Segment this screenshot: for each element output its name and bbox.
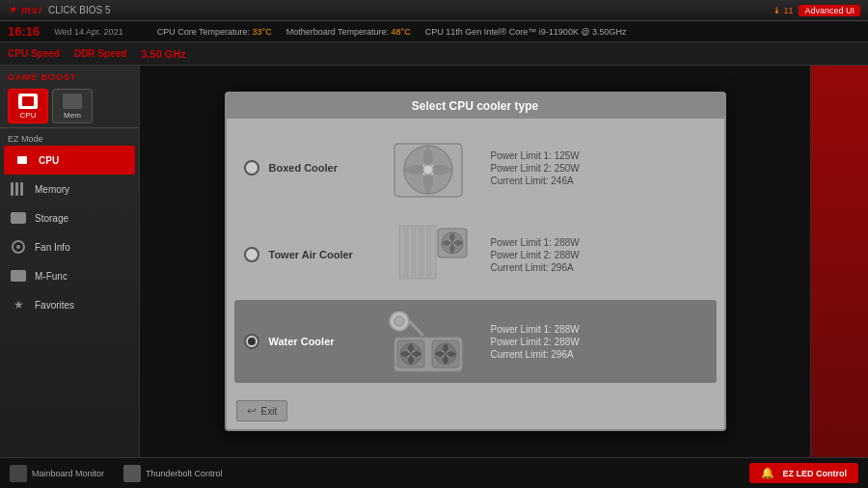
sidebar-item-cpu[interactable]: CPU: [4, 146, 135, 175]
cooler-boxed-name: Boxed Cooler: [269, 162, 366, 174]
cpu-sidebar-icon: [14, 151, 31, 169]
sidebar-storage-label: Storage: [35, 213, 68, 224]
svg-point-13: [394, 316, 404, 326]
cooler-option-boxed[interactable]: Boxed Cooler: [234, 126, 717, 209]
second-bar: 16:16 Wed 14 Apr. 2021 CPU Core Temperat…: [0, 21, 868, 42]
water-spec-3: Current Limit: 296A: [491, 349, 707, 360]
exit-label: Exit: [261, 406, 278, 417]
mainboard-monitor-icon: [10, 465, 27, 482]
temp-indicator: 🌡 11: [773, 6, 794, 15]
svg-rect-7: [422, 226, 428, 279]
speed-value: 3.50 GHz: [141, 48, 185, 60]
sidebar-item-memory[interactable]: Memory: [0, 175, 139, 203]
bios-title: CLICK BIOS 5: [48, 5, 110, 15]
tower-cooler-icon: [375, 221, 481, 288]
storage-sidebar-icon: [10, 209, 27, 227]
fan-sidebar-icon: [10, 238, 27, 256]
third-bar: CPU Speed DDR Speed 3.50 GHz: [0, 42, 868, 66]
top-bar: ✦ msi CLICK BIOS 5 🌡 11 Advanced UI: [0, 0, 868, 21]
water-spec-1: Power Limit 1: 288W: [491, 324, 707, 335]
sidebar-favorites-label: Favorites: [35, 300, 74, 311]
radio-boxed[interactable]: [244, 160, 259, 176]
right-panel-accent: [811, 66, 868, 457]
ez-led-label: EZ LED Control: [783, 469, 848, 478]
bottom-mainboard-monitor[interactable]: Mainboard Monitor: [10, 465, 104, 482]
cooler-select-modal: Select CPU cooler type Boxed Cooler: [225, 92, 726, 431]
sidebar-top-icons: CPU Mem: [0, 85, 139, 128]
bottom-ez-led[interactable]: 🔔 EZ LED Control: [749, 463, 859, 483]
ez-mode-label: EZ Mode: [0, 132, 139, 146]
cpu-chip-icon: [18, 94, 38, 109]
mem-icon: [63, 94, 82, 109]
thunderbolt-icon: [123, 465, 141, 482]
exit-icon: ↩: [247, 404, 257, 418]
tower-spec-2: Power Limit 2: 288W: [491, 250, 707, 260]
main-layout: GAME BOOST CPU Mem EZ Mode CPU: [0, 66, 868, 457]
mem-btn-label: Mem: [64, 111, 81, 120]
mfunc-sidebar-icon: [10, 267, 27, 285]
sidebar-item-mfunc[interactable]: M-Func: [0, 261, 139, 290]
sidebar-cpu-icon-btn[interactable]: CPU: [8, 89, 48, 123]
radio-water[interactable]: [244, 334, 259, 349]
right-panel: [810, 66, 868, 457]
modal-footer: ↩ Exit: [227, 394, 724, 429]
svg-rect-5: [407, 226, 413, 279]
boxed-specs: Power Limit 1: 125W Power Limit 2: 250W …: [491, 150, 707, 186]
msi-logo: ✦ msi: [8, 4, 42, 16]
clock-display: 16:16: [8, 24, 40, 39]
exit-button[interactable]: ↩ Exit: [236, 400, 288, 421]
modal-body: Boxed Cooler: [227, 119, 724, 394]
sidebar: GAME BOOST CPU Mem EZ Mode CPU: [0, 66, 140, 457]
cpu-speed-label: CPU Speed: [8, 48, 60, 59]
svg-rect-6: [415, 226, 420, 279]
water-spec-2: Power Limit 2: 288W: [491, 337, 707, 347]
ddr-speed-label: DDR Speed: [74, 48, 126, 59]
boxed-spec-2: Power Limit 2: 250W: [491, 163, 707, 174]
main-content: Select CPU cooler type Boxed Cooler: [140, 66, 810, 457]
favorites-sidebar-icon: ★: [10, 296, 27, 313]
game-boost-label: GAME BOOST: [0, 69, 139, 85]
svg-rect-4: [399, 226, 405, 279]
sidebar-item-favorites[interactable]: ★ Favorites: [0, 290, 139, 319]
tower-spec-1: Power Limit 1: 288W: [491, 237, 707, 248]
modal-overlay: Select CPU cooler type Boxed Cooler: [140, 66, 810, 457]
mainboard-monitor-label: Mainboard Monitor: [32, 469, 104, 478]
radio-tower[interactable]: [244, 247, 259, 262]
svg-point-3: [423, 165, 433, 175]
boxed-spec-1: Power Limit 1: 125W: [491, 150, 707, 161]
bottom-thunderbolt[interactable]: Thunderbolt Control: [123, 465, 223, 482]
thunderbolt-label: Thunderbolt Control: [146, 469, 223, 478]
water-cooler-icon: [375, 308, 481, 375]
boxed-spec-3: Current Limit: 246A: [491, 176, 707, 186]
led-icon: 🔔: [761, 467, 774, 479]
cooler-water-name: Water Cooler: [269, 336, 366, 347]
cooler-option-water[interactable]: Water Cooler: [234, 300, 717, 383]
tower-spec-3: Current Limit: 296A: [491, 262, 707, 273]
boxed-cooler-icon: [375, 134, 481, 202]
sidebar-mem-icon-btn[interactable]: Mem: [52, 89, 93, 123]
cpu-model: CPU 11th Gen Intel® Core™ i9-11900K @ 3.…: [425, 27, 627, 37]
cpu-temp-val: 33°C: [253, 27, 272, 37]
mb-temp-label: Motherboard Temperature: 48°C: [286, 27, 411, 37]
advanced-mode-btn[interactable]: Advanced UI: [799, 5, 860, 16]
sidebar-memory-label: Memory: [35, 184, 69, 195]
cooler-tower-name: Tower Air Cooler: [269, 249, 366, 260]
date-display: Wed 14 Apr. 2021: [54, 27, 122, 37]
mb-temp-val: 48°C: [392, 27, 411, 37]
sidebar-faninfo-label: Fan Info: [35, 242, 70, 253]
temp-readings: CPU Core Temperature: 33°C Motherboard T…: [157, 27, 627, 37]
sidebar-item-faninfo[interactable]: Fan Info: [0, 232, 139, 261]
svg-rect-8: [430, 226, 436, 279]
sidebar-item-storage[interactable]: Storage: [0, 203, 139, 232]
sidebar-mfunc-label: M-Func: [35, 271, 68, 282]
memory-sidebar-icon: [10, 180, 27, 198]
cpu-btn-label: CPU: [20, 111, 37, 120]
modal-title: Select CPU cooler type: [227, 94, 724, 119]
top-bar-right: 🌡 11 Advanced UI: [773, 5, 860, 16]
water-specs: Power Limit 1: 288W Power Limit 2: 288W …: [491, 324, 707, 360]
bottom-bar: Mainboard Monitor Thunderbolt Control 🔔 …: [0, 457, 868, 488]
svg-line-14: [409, 321, 423, 336]
tower-specs: Power Limit 1: 288W Power Limit 2: 288W …: [491, 237, 707, 273]
sidebar-cpu-label: CPU: [39, 155, 59, 166]
cooler-option-tower[interactable]: Tower Air Cooler: [234, 213, 717, 296]
